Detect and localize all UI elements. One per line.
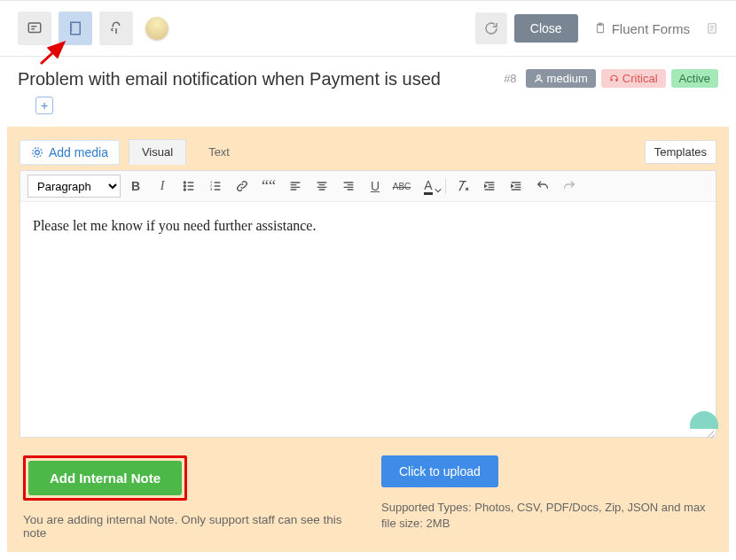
align-left-button[interactable] [284,175,307,198]
outdent-button[interactable] [478,175,501,198]
svg-point-11 [184,189,185,191]
numbered-list-button[interactable]: 123 [204,175,227,198]
status-badge[interactable]: Active [671,69,718,88]
reply-tab-button[interactable] [18,12,51,45]
internal-note-hint: You are adding internal Note. Only suppo… [23,513,355,540]
extra-link[interactable] [706,22,718,35]
product-label[interactable]: Fluent Forms [594,21,690,36]
redo-button[interactable] [558,175,581,198]
avatar[interactable] [140,12,174,45]
submit-highlight: Add Internal Note [23,455,187,501]
quote-button[interactable]: ““ [257,175,280,198]
actions-button[interactable] [99,12,133,45]
top-toolbar: Close Fluent Forms [0,0,736,57]
svg-point-6 [536,75,540,79]
svg-point-10 [184,185,185,187]
editor-top-row: Add media Visual Text Templates [20,139,716,165]
svg-rect-1 [71,22,81,35]
upload-button[interactable]: Click to upload [381,455,498,487]
bold-button[interactable]: B [124,175,147,198]
indent-button[interactable] [505,175,528,198]
paragraph-select[interactable]: Paragraph [27,175,121,198]
supported-types-text: Supported Types: Photos, CSV, PDF/Docs, … [381,500,713,532]
product-label-text: Fluent Forms [612,21,690,36]
avatar-icon [145,17,168,40]
link-button[interactable] [231,175,254,198]
align-right-button[interactable] [337,175,360,198]
align-center-button[interactable] [310,175,333,198]
editor-textarea[interactable]: Please let me know if you need further a… [20,202,716,437]
editor-box: Paragraph B I 123 ““ U ABC [20,170,716,438]
ticket-badges: #8 medium Critical Active [504,69,718,88]
svg-point-8 [33,147,43,157]
priority-badge[interactable]: medium [526,69,596,88]
svg-point-9 [184,182,185,183]
undo-button[interactable] [531,175,554,198]
templates-button[interactable]: Templates [645,140,716,164]
add-tag-button[interactable]: + [35,97,53,114]
clipboard-icon [594,21,607,35]
document-icon [706,22,718,35]
clear-format-button[interactable] [451,175,474,198]
svg-text:3: 3 [210,187,213,191]
add-internal-note-button[interactable]: Add Internal Note [28,461,182,495]
headset-icon [609,74,619,83]
svg-point-7 [35,150,40,154]
underline-button[interactable]: U [364,175,387,198]
refresh-button[interactable] [475,12,507,44]
bullet-list-button[interactable] [177,175,200,198]
editor-toolbar: Paragraph B I 123 ““ U ABC [20,171,716,202]
editor-footer: Add Internal Note You are adding interna… [20,438,716,540]
add-media-button[interactable]: Add media [20,140,120,165]
close-button[interactable]: Close [514,14,578,43]
strikethrough-button[interactable]: ABC [390,175,413,198]
user-icon [534,74,544,83]
italic-button[interactable]: I [151,175,174,198]
urgency-badge[interactable]: Critical [601,69,666,88]
media-icon [31,146,43,159]
ticket-header: Problem with email notification when Pay… [0,57,736,95]
tab-visual[interactable]: Visual [129,139,186,165]
ticket-number: #8 [504,72,516,85]
internal-note-tab-button[interactable] [59,12,92,45]
ticket-title: Problem with email notification when Pay… [18,69,504,89]
editor-panel: Add media Visual Text Templates Paragrap… [7,127,729,552]
text-color-button[interactable]: A [417,175,440,198]
svg-rect-0 [28,23,41,33]
tab-text[interactable]: Text [195,139,243,165]
